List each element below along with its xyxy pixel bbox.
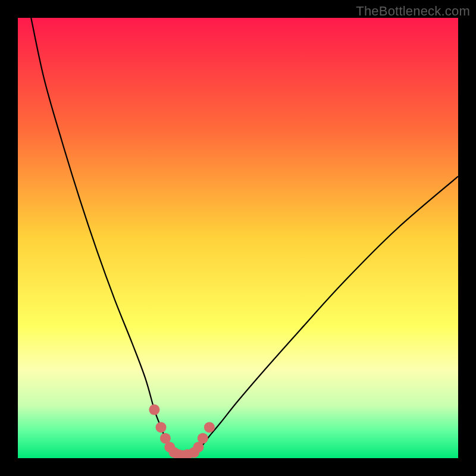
- marker-dot: [156, 422, 167, 433]
- marker-dot: [149, 405, 159, 415]
- chart-svg: [18, 18, 458, 458]
- gradient-background: [18, 18, 458, 458]
- chart-stage: TheBottleneck.com: [0, 0, 476, 476]
- marker-dot: [198, 433, 208, 444]
- marker-dot: [204, 422, 215, 433]
- watermark-text: TheBottleneck.com: [356, 4, 470, 19]
- chart-plot-area: [18, 18, 458, 458]
